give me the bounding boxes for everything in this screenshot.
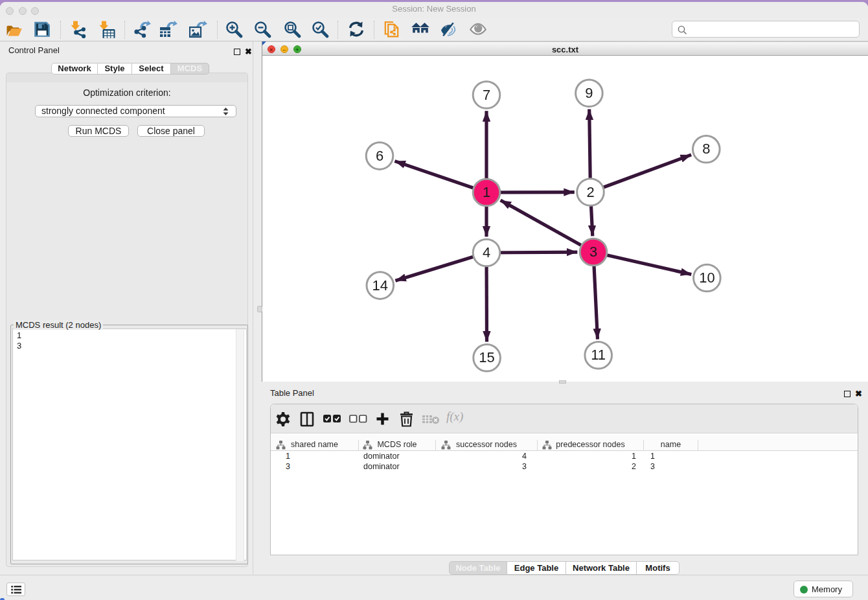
svg-text:6: 6 bbox=[376, 148, 383, 164]
svg-text:15: 15 bbox=[479, 349, 494, 365]
svg-text:14: 14 bbox=[372, 277, 388, 294]
svg-text:10: 10 bbox=[699, 270, 714, 286]
svg-text:9: 9 bbox=[585, 85, 593, 101]
svg-text:7: 7 bbox=[483, 87, 490, 103]
svg-text:8: 8 bbox=[702, 141, 710, 157]
svg-text:3: 3 bbox=[589, 244, 597, 260]
svg-text:4: 4 bbox=[483, 244, 490, 260]
svg-text:1: 1 bbox=[483, 184, 490, 200]
svg-text:11: 11 bbox=[591, 347, 606, 363]
svg-text:2: 2 bbox=[586, 184, 594, 200]
